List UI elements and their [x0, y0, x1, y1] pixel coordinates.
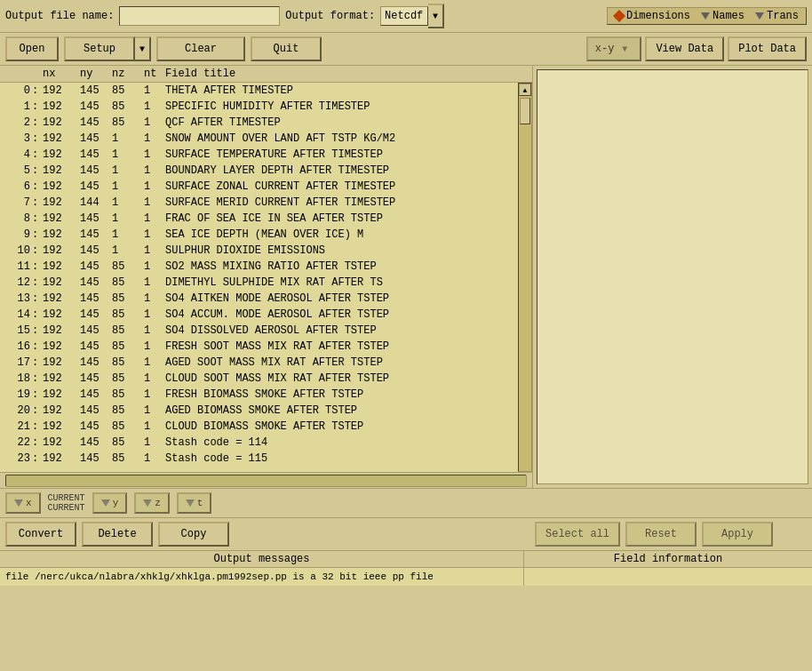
open-button[interactable]: Open	[5, 36, 59, 61]
tab-dimensions[interactable]: Dimensions	[615, 10, 690, 22]
field-list-scroll[interactable]: 0:192145851THETA AFTER TIMESTEP1:1921458…	[0, 83, 518, 472]
setup-group: Setup ▼	[64, 36, 151, 61]
table-row[interactable]: 17:192145851AGED SOOT MASS MIX RAT AFTER…	[0, 355, 518, 371]
field-info-title: Field information	[524, 551, 812, 568]
col-header-ny: ny	[80, 68, 112, 80]
plot-data-button[interactable]: Plot Data	[728, 36, 807, 61]
setup-button[interactable]: Setup	[64, 36, 135, 61]
table-row[interactable]: 16:192145851FRESH SOOT MASS MIX RAT AFTE…	[0, 339, 518, 355]
right-panel	[533, 66, 812, 488]
table-row[interactable]: 2:192145851QCF AFTER TIMESTEP	[0, 115, 518, 131]
current-bottom: CURRENT	[48, 503, 85, 513]
table-row[interactable]: 19:192145851FRESH BIOMASS SMOKE AFTER TS…	[0, 387, 518, 403]
output-panel: Output messages file /nerc/ukca/nlabra/x…	[0, 551, 524, 586]
h-scrollbar-track[interactable]	[5, 475, 527, 487]
table-row[interactable]: 0:192145851THETA AFTER TIMESTEP	[0, 83, 518, 99]
action-bar: Convert Delete Copy Select all Reset App…	[0, 518, 812, 551]
table-row[interactable]: 11:192145851SO2 MASS MIXING RATIO AFTER …	[0, 259, 518, 275]
right-toolbar: x-y ▼ View Data Plot Data	[586, 36, 807, 61]
col-header-nt: nt	[144, 68, 165, 80]
delete-button[interactable]: Delete	[82, 522, 153, 547]
table-row[interactable]: 14:192145851SO4 ACCUM. MODE AEROSOL AFTE…	[0, 307, 518, 323]
clear-button[interactable]: Clear	[156, 36, 245, 61]
output-file-label: Output file name:	[5, 10, 114, 22]
table-row[interactable]: 20:192145851AGED BIOMASS SMOKE AFTER TST…	[0, 403, 518, 419]
table-row[interactable]: 4:19214511SURFACE TEMPERATURE AFTER TIME…	[0, 147, 518, 163]
y-triangle-icon	[101, 499, 110, 507]
table-row[interactable]: 10:19214511SULPHUR DIOXIDE EMISSIONS	[0, 243, 518, 259]
table-row[interactable]: 5:19214511BOUNDARY LAYER DEPTH AFTER TIM…	[0, 163, 518, 179]
output-messages-content: file /nerc/ukca/nlabra/xhklg/xhklga.pm19…	[0, 568, 523, 586]
right-tabs: Dimensions Names Trans	[607, 7, 807, 25]
toolbar: Open Setup ▼ Clear Quit x-y ▼ View Data …	[0, 33, 812, 66]
right-action-buttons: Select all Reset Apply	[535, 522, 773, 547]
reset-button[interactable]: Reset	[625, 522, 697, 547]
field-info-content	[524, 568, 812, 586]
table-row[interactable]: 1:192145851SPECIFIC HUMIDITY AFTER TIMES…	[0, 99, 518, 115]
tab-names[interactable]: Names	[701, 10, 744, 22]
view-data-button[interactable]: View Data	[645, 36, 724, 61]
convert-button[interactable]: Convert	[5, 522, 76, 547]
table-row[interactable]: 7:19214411SURFACE MERID CURRENT AFTER TI…	[0, 195, 518, 211]
t-dim-button[interactable]: t	[177, 492, 212, 514]
table-row[interactable]: 22:192145851Stash code = 114	[0, 435, 518, 451]
top-bar: Output file name: Output format: Netcdf …	[0, 0, 812, 33]
vertical-scrollbar[interactable]: ▲	[518, 83, 532, 472]
apply-button[interactable]: Apply	[702, 522, 773, 547]
field-list-header: nx ny nz nt Field title	[0, 66, 532, 83]
output-format-label: Output format:	[285, 10, 375, 22]
scroll-thumb[interactable]	[520, 98, 530, 124]
col-header-nz: nz	[112, 68, 144, 80]
table-row[interactable]: 13:192145851SO4 AITKEN MODE AEROSOL AFTE…	[0, 291, 518, 307]
xy-button[interactable]: x-y ▼	[586, 36, 642, 61]
output-file-input[interactable]	[119, 6, 280, 26]
table-row[interactable]: 18:192145851CLOUD SOOT MASS MIX RAT AFTE…	[0, 371, 518, 387]
table-row[interactable]: 9:19214511SEA ICE DEPTH (MEAN OVER ICE) …	[0, 227, 518, 243]
z-triangle-icon	[143, 499, 152, 507]
current-top: CURRENT	[48, 493, 85, 503]
table-row[interactable]: 8:19214511FRAC OF SEA ICE IN SEA AFTER T…	[0, 211, 518, 227]
table-row[interactable]: 3:19214511SNOW AMOUNT OVER LAND AFT TSTP…	[0, 131, 518, 147]
triangle-names-icon	[701, 12, 710, 20]
x-dim-button[interactable]: x	[5, 492, 41, 514]
field-list-wrapper: 0:192145851THETA AFTER TIMESTEP1:1921458…	[0, 83, 532, 472]
format-dropdown-arrow[interactable]: ▼	[428, 4, 444, 28]
bottom-panels: Output messages file /nerc/ukca/nlabra/x…	[0, 551, 812, 586]
x-triangle-icon	[14, 499, 23, 507]
h-scroll-bar	[0, 472, 532, 488]
field-info-panel: Field information	[524, 551, 812, 586]
xy-arrow[interactable]: ▼	[617, 40, 633, 58]
quit-button[interactable]: Quit	[251, 36, 322, 61]
setup-arrow[interactable]: ▼	[135, 36, 151, 61]
t-triangle-icon	[186, 499, 195, 507]
table-row[interactable]: 23:192145851Stash code = 115	[0, 451, 518, 467]
copy-button[interactable]: Copy	[158, 522, 229, 547]
col-header-title: Field title	[165, 68, 527, 80]
table-row[interactable]: 21:192145851CLOUD BIOMASS SMOKE AFTER TS…	[0, 419, 518, 435]
right-preview-area	[537, 69, 808, 484]
main-content: nx ny nz nt Field title 0:192145851THETA…	[0, 66, 812, 488]
col-header-nx: nx	[43, 68, 80, 80]
table-row[interactable]: 12:192145851DIMETHYL SULPHIDE MIX RAT AF…	[0, 275, 518, 291]
tab-trans[interactable]: Trans	[755, 10, 799, 22]
output-format-select[interactable]: Netcdf PP GRIB	[380, 6, 428, 26]
table-row[interactable]: 15:192145851SO4 DISSOLVED AEROSOL AFTER …	[0, 323, 518, 339]
dimensions-row: x CURRENT CURRENT y z t	[0, 488, 812, 518]
select-all-button[interactable]: Select all	[535, 522, 620, 547]
triangle-trans-icon	[755, 12, 764, 20]
col-header-idx	[5, 68, 30, 80]
table-row[interactable]: 6:19214511SURFACE ZONAL CURRENT AFTER TI…	[0, 179, 518, 195]
diamond-icon	[613, 10, 625, 22]
y-dim-button[interactable]: y	[92, 492, 128, 514]
scroll-up-arrow[interactable]: ▲	[519, 84, 531, 96]
output-messages-title: Output messages	[0, 551, 523, 568]
field-list-panel: nx ny nz nt Field title 0:192145851THETA…	[0, 66, 533, 488]
z-dim-button[interactable]: z	[134, 492, 170, 514]
